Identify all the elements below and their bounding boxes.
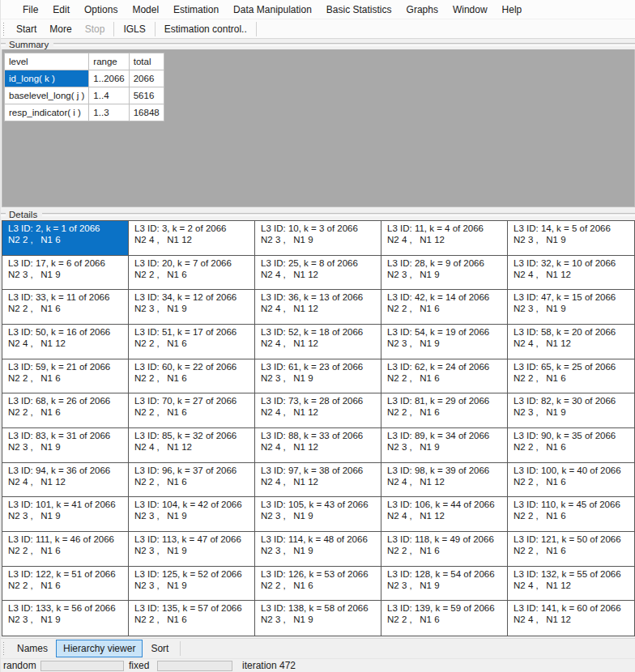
toolbar-button-estimation-control[interactable]: Estimation control.. xyxy=(158,21,254,37)
hierarchy-cell[interactable]: L3 ID: 96, k = 37 of 2066N2 2 , N1 6 xyxy=(129,463,255,498)
cell-l3-id-label: L3 ID: 28, k = 9 of 2066 xyxy=(387,257,505,269)
hierarchy-cell[interactable]: L3 ID: 110, k = 45 of 2066N2 2 , N1 6 xyxy=(508,497,634,532)
hierarchy-cell[interactable]: L3 ID: 70, k = 27 of 2066N2 2 , N1 6 xyxy=(129,393,255,428)
cell-n-counts-label: N2 2 , N1 6 xyxy=(8,580,126,591)
toolbar-button-more[interactable]: More xyxy=(43,21,78,37)
hierarchy-cell[interactable]: L3 ID: 3, k = 2 of 2066N2 4 , N1 12 xyxy=(129,221,255,256)
cell-n-counts-label: N2 2 , N1 6 xyxy=(514,510,633,521)
summary-range-cell: 1..4 xyxy=(89,87,128,104)
hierarchy-cell[interactable]: L3 ID: 94, k = 36 of 2066N2 4 , N1 12 xyxy=(2,463,129,498)
hierarchy-cell[interactable]: L3 ID: 17, k = 6 of 2066N2 3 , N1 9 xyxy=(2,256,129,291)
summary-level-cell[interactable]: baselevel_long( j ) xyxy=(5,87,88,104)
hierarchy-cell[interactable]: L3 ID: 25, k = 8 of 2066N2 4 , N1 12 xyxy=(255,256,381,291)
menu-item-basic-statistics[interactable]: Basic Statistics xyxy=(319,1,399,19)
hierarchy-cell[interactable]: L3 ID: 32, k = 10 of 2066N2 4 , N1 12 xyxy=(508,256,634,291)
hierarchy-cell[interactable]: L3 ID: 60, k = 22 of 2066N2 2 , N1 6 xyxy=(129,359,255,394)
hierarchy-cell[interactable]: L3 ID: 33, k = 11 of 2066N2 2 , N1 6 xyxy=(2,290,129,325)
hierarchy-cell[interactable]: L3 ID: 10, k = 3 of 2066N2 3 , N1 9 xyxy=(255,221,381,256)
hierarchy-cell[interactable]: L3 ID: 135, k = 57 of 2066N2 2 , N1 6 xyxy=(129,601,255,636)
cell-l3-id-label: L3 ID: 61, k = 23 of 2066 xyxy=(261,361,379,372)
hierarchy-cell[interactable]: L3 ID: 47, k = 15 of 2066N2 3 , N1 9 xyxy=(508,290,634,325)
summary-total-cell: 5616 xyxy=(130,87,164,104)
hierarchy-cell[interactable]: L3 ID: 54, k = 19 of 2066N2 3 , N1 9 xyxy=(381,325,508,359)
hierarchy-cell[interactable]: L3 ID: 73, k = 28 of 2066N2 4 , N1 12 xyxy=(255,393,381,428)
hierarchy-cell[interactable]: L3 ID: 139, k = 59 of 2066N2 2 , N1 6 xyxy=(381,601,508,636)
hierarchy-cell[interactable]: L3 ID: 62, k = 24 of 2066N2 2 , N1 6 xyxy=(381,359,508,394)
cell-l3-id-label: L3 ID: 32, k = 10 of 2066 xyxy=(514,257,633,269)
cell-n-counts-label: N2 2 , N1 6 xyxy=(8,234,126,245)
hierarchy-cell[interactable]: L3 ID: 81, k = 29 of 2066N2 2 , N1 6 xyxy=(381,393,508,428)
hierarchy-cell[interactable]: L3 ID: 101, k = 41 of 2066N2 3 , N1 9 xyxy=(2,497,129,532)
menu-item-file[interactable]: File xyxy=(15,1,45,19)
hierarchy-cell[interactable]: L3 ID: 126, k = 53 of 2066N2 2 , N1 6 xyxy=(255,567,381,602)
hierarchy-cell[interactable]: L3 ID: 125, k = 52 of 2066N2 3 , N1 9 xyxy=(129,567,255,602)
hierarchy-cell[interactable]: L3 ID: 83, k = 31 of 2066N2 3 , N1 9 xyxy=(2,428,129,463)
summary-total-cell: 16848 xyxy=(130,104,164,121)
tab-sort[interactable]: Sort xyxy=(143,640,176,657)
toolbar-button-igls[interactable]: IGLS xyxy=(117,21,151,37)
hierarchy-cell[interactable]: L3 ID: 128, k = 54 of 2066N2 3 , N1 9 xyxy=(381,567,508,602)
menu-item-help[interactable]: Help xyxy=(495,1,530,19)
hierarchy-cell[interactable]: L3 ID: 111, k = 46 of 2066N2 2 , N1 6 xyxy=(2,532,129,567)
hierarchy-cell[interactable]: L3 ID: 118, k = 49 of 2066N2 2 , N1 6 xyxy=(381,532,508,567)
hierarchy-cell[interactable]: L3 ID: 11, k = 4 of 2066N2 4 , N1 12 xyxy=(381,221,508,256)
hierarchy-cell[interactable]: L3 ID: 90, k = 35 of 2066N2 2 , N1 6 xyxy=(508,428,634,463)
hierarchy-cell[interactable]: L3 ID: 100, k = 40 of 2066N2 2 , N1 6 xyxy=(508,463,634,498)
hierarchy-cell[interactable]: L3 ID: 106, k = 44 of 2066N2 4 , N1 12 xyxy=(381,497,508,532)
hierarchy-cell[interactable]: L3 ID: 2, k = 1 of 2066N2 2 , N1 6 xyxy=(2,221,129,256)
hierarchy-cell[interactable]: L3 ID: 34, k = 12 of 2066N2 3 , N1 9 xyxy=(129,290,255,325)
hierarchy-cell[interactable]: L3 ID: 113, k = 47 of 2066N2 3 , N1 9 xyxy=(129,532,255,567)
menu-item-graphs[interactable]: Graphs xyxy=(399,1,445,19)
cell-n-counts-label: N2 2 , N1 6 xyxy=(134,476,253,487)
menu-item-options[interactable]: Options xyxy=(77,1,125,19)
hierarchy-cell[interactable]: L3 ID: 98, k = 39 of 2066N2 4 , N1 12 xyxy=(381,463,508,498)
hierarchy-cell[interactable]: L3 ID: 114, k = 48 of 2066N2 3 , N1 9 xyxy=(255,532,381,567)
hierarchy-cell[interactable]: L3 ID: 105, k = 43 of 2066N2 3 , N1 9 xyxy=(255,497,381,532)
hierarchy-cell[interactable]: L3 ID: 50, k = 16 of 2066N2 4 , N1 12 xyxy=(2,325,129,359)
hierarchy-cell[interactable]: L3 ID: 52, k = 18 of 2066N2 4 , N1 12 xyxy=(255,325,381,359)
hierarchy-cell[interactable]: L3 ID: 51, k = 17 of 2066N2 2 , N1 6 xyxy=(129,325,255,359)
hierarchy-cell[interactable]: L3 ID: 59, k = 21 of 2066N2 2 , N1 6 xyxy=(2,359,129,394)
cell-n-counts-label: N2 3 , N1 9 xyxy=(8,441,126,453)
hierarchy-cell[interactable]: L3 ID: 121, k = 50 of 2066N2 2 , N1 6 xyxy=(508,532,634,567)
hierarchy-cell[interactable]: L3 ID: 61, k = 23 of 2066N2 3 , N1 9 xyxy=(255,359,381,394)
cell-n-counts-label: N2 4 , N1 12 xyxy=(514,269,633,280)
tab-bar-gripper[interactable] xyxy=(3,642,6,655)
toolbar-button-start[interactable]: Start xyxy=(10,21,43,37)
hierarchy-cell[interactable]: L3 ID: 36, k = 13 of 2066N2 4 , N1 12 xyxy=(255,290,381,325)
hierarchy-cell[interactable]: L3 ID: 89, k = 34 of 2066N2 3 , N1 9 xyxy=(381,428,508,463)
menu-item-estimation[interactable]: Estimation xyxy=(166,1,226,19)
summary-range-cell: 1..3 xyxy=(89,104,128,121)
cell-l3-id-label: L3 ID: 17, k = 6 of 2066 xyxy=(8,257,126,269)
hierarchy-cell[interactable]: L3 ID: 20, k = 7 of 2066N2 2 , N1 6 xyxy=(129,256,255,291)
cell-l3-id-label: L3 ID: 20, k = 7 of 2066 xyxy=(134,257,253,269)
cell-n-counts-label: N2 3 , N1 9 xyxy=(387,580,505,591)
hierarchy-cell[interactable]: L3 ID: 58, k = 20 of 2066N2 4 , N1 12 xyxy=(508,325,634,359)
hierarchy-cell[interactable]: L3 ID: 133, k = 56 of 2066N2 3 , N1 9 xyxy=(2,601,129,636)
hierarchy-cell[interactable]: L3 ID: 138, k = 58 of 2066N2 3 , N1 9 xyxy=(255,601,381,636)
tab-names[interactable]: Names xyxy=(10,640,55,657)
summary-level-cell[interactable]: resp_indicator( i ) xyxy=(5,104,88,121)
hierarchy-cell[interactable]: L3 ID: 28, k = 9 of 2066N2 3 , N1 9 xyxy=(381,256,508,291)
hierarchy-cell[interactable]: L3 ID: 132, k = 55 of 2066N2 4 , N1 12 xyxy=(508,567,634,602)
hierarchy-cell[interactable]: L3 ID: 122, k = 51 of 2066N2 2 , N1 6 xyxy=(2,567,129,602)
menu-item-data-manipulation[interactable]: Data Manipulation xyxy=(226,1,319,19)
hierarchy-cell[interactable]: L3 ID: 68, k = 26 of 2066N2 2 , N1 6 xyxy=(2,393,129,428)
hierarchy-cell[interactable]: L3 ID: 88, k = 33 of 2066N2 4 , N1 12 xyxy=(255,428,381,463)
hierarchy-cell[interactable]: L3 ID: 104, k = 42 of 2066N2 3 , N1 9 xyxy=(129,497,255,532)
hierarchy-cell[interactable]: L3 ID: 97, k = 38 of 2066N2 4 , N1 12 xyxy=(255,463,381,498)
hierarchy-cell[interactable]: L3 ID: 14, k = 5 of 2066N2 3 , N1 9 xyxy=(508,221,634,256)
tab-hierarchy-viewer[interactable]: Hierarchy viewer xyxy=(56,640,143,657)
summary-level-cell[interactable]: id_long( k ) xyxy=(5,70,88,87)
menu-item-model[interactable]: Model xyxy=(125,1,166,19)
hierarchy-cell[interactable]: L3 ID: 141, k = 60 of 2066N2 4 , N1 12 xyxy=(508,601,634,636)
cell-l3-id-label: L3 ID: 52, k = 18 of 2066 xyxy=(261,326,379,338)
cell-n-counts-label: N2 2 , N1 6 xyxy=(8,372,126,384)
hierarchy-cell[interactable]: L3 ID: 82, k = 30 of 2066N2 3 , N1 9 xyxy=(508,393,634,428)
hierarchy-cell[interactable]: L3 ID: 42, k = 14 of 2066N2 2 , N1 6 xyxy=(381,290,508,325)
hierarchy-cell[interactable]: L3 ID: 85, k = 32 of 2066N2 4 , N1 12 xyxy=(129,428,255,463)
menu-item-edit[interactable]: Edit xyxy=(45,1,77,19)
toolbar-gripper[interactable] xyxy=(3,23,6,36)
hierarchy-cell[interactable]: L3 ID: 65, k = 25 of 2066N2 2 , N1 6 xyxy=(508,359,634,394)
menu-item-window[interactable]: Window xyxy=(445,1,495,19)
